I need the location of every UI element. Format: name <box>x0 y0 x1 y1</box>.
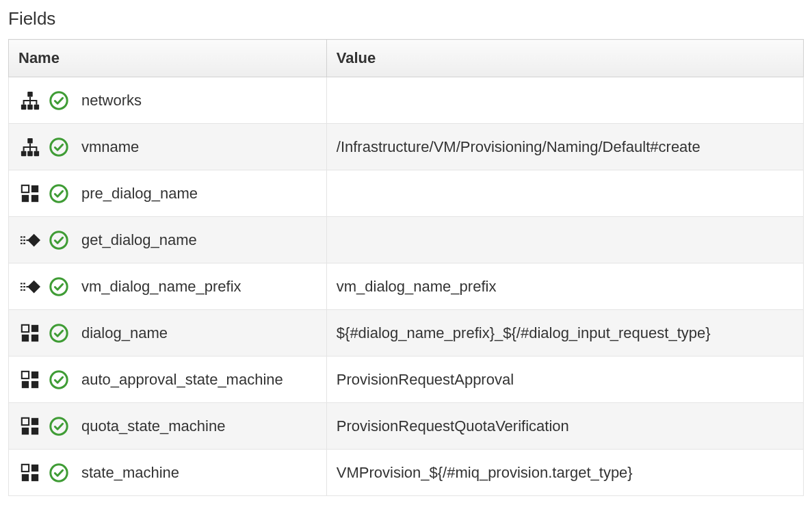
grid-icon <box>18 322 42 345</box>
column-header-value: Value <box>326 40 803 77</box>
method-icon <box>18 229 42 252</box>
field-name: networks <box>81 92 142 109</box>
table-row[interactable]: state_machineVMProvision_${/#miq_provisi… <box>9 450 804 496</box>
field-value <box>326 77 803 124</box>
name-cell: get_dialog_name <box>9 217 327 263</box>
name-cell: state_machine <box>9 450 327 496</box>
field-value: VMProvision_${/#miq_provision.target_typ… <box>326 450 803 496</box>
field-name: quota_state_machine <box>81 417 225 435</box>
field-value: ${#dialog_name_prefix}_${/#dialog_input_… <box>326 310 803 357</box>
check-ok-icon <box>47 275 70 298</box>
check-ok-icon <box>47 135 70 159</box>
table-row[interactable]: networks <box>9 77 804 124</box>
field-name: auto_approval_state_machine <box>81 371 283 389</box>
field-value <box>326 170 803 217</box>
fields-table: Name Value networksvmname/Infrastructure… <box>8 39 804 496</box>
field-name: dialog_name <box>81 324 168 342</box>
table-row[interactable]: dialog_name${#dialog_name_prefix}_${/#di… <box>9 310 804 357</box>
table-row[interactable]: quota_state_machineProvisionRequestQuota… <box>9 403 804 450</box>
table-row[interactable]: pre_dialog_name <box>9 170 804 217</box>
field-name: state_machine <box>81 464 179 482</box>
table-row[interactable]: vm_dialog_name_prefixvm_dialog_name_pref… <box>9 263 804 310</box>
column-header-name: Name <box>9 40 327 77</box>
name-cell: vmname <box>9 124 327 170</box>
check-ok-icon <box>47 322 70 345</box>
name-cell: quota_state_machine <box>9 403 327 450</box>
check-ok-icon <box>47 89 70 112</box>
hierarchy-icon <box>18 89 42 112</box>
field-value: ProvisionRequestApproval <box>326 357 803 403</box>
name-cell: dialog_name <box>9 310 327 357</box>
field-value: vm_dialog_name_prefix <box>326 263 803 310</box>
grid-icon <box>18 368 42 391</box>
name-cell: auto_approval_state_machine <box>9 357 327 403</box>
table-row[interactable]: get_dialog_name <box>9 217 804 263</box>
field-name: pre_dialog_name <box>81 185 198 203</box>
hierarchy-icon <box>18 135 42 159</box>
field-value: /Infrastructure/VM/Provisioning/Naming/D… <box>326 124 803 170</box>
check-ok-icon <box>47 415 70 438</box>
grid-icon <box>18 461 42 484</box>
section-title: Fields <box>8 8 804 29</box>
field-value: ProvisionRequestQuotaVerification <box>326 403 803 450</box>
grid-icon <box>18 182 42 205</box>
field-name: vmname <box>81 138 139 156</box>
check-ok-icon <box>47 229 70 252</box>
field-value <box>326 217 803 263</box>
check-ok-icon <box>47 368 70 391</box>
table-row[interactable]: vmname/Infrastructure/VM/Provisioning/Na… <box>9 124 804 170</box>
field-name: get_dialog_name <box>81 231 197 249</box>
name-cell: vm_dialog_name_prefix <box>9 263 327 310</box>
method-icon <box>18 275 42 298</box>
name-cell: pre_dialog_name <box>9 170 327 217</box>
name-cell: networks <box>9 77 327 124</box>
table-row[interactable]: auto_approval_state_machineProvisionRequ… <box>9 357 804 403</box>
check-ok-icon <box>47 182 70 205</box>
check-ok-icon <box>47 461 70 484</box>
field-name: vm_dialog_name_prefix <box>81 278 241 296</box>
grid-icon <box>18 415 42 438</box>
